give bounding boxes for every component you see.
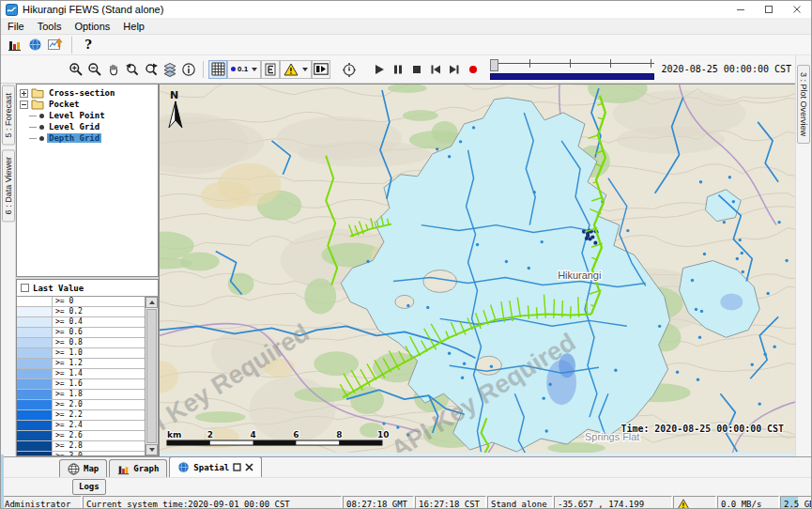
pause-icon[interactable] bbox=[389, 60, 407, 79]
legend-label: >= 1.4 bbox=[53, 369, 145, 378]
timer-icon[interactable] bbox=[340, 60, 359, 79]
tree-item-cross-section[interactable]: Cross-section bbox=[19, 87, 158, 99]
minimize-button[interactable] bbox=[727, 1, 755, 18]
legend-rows: >= 0>= 0.2>= 0.4>= 0.6>= 0.8>= 1.0>= 1.2… bbox=[17, 297, 145, 455]
map-view[interactable]: API Key Required API Key Required Hikura… bbox=[159, 84, 795, 456]
skip-start-icon[interactable] bbox=[426, 60, 445, 79]
scale-tick: 8 bbox=[336, 430, 342, 440]
menu-tools[interactable]: Tools bbox=[31, 20, 69, 33]
place-label-hikurangi: Hikurangi bbox=[558, 270, 601, 281]
scale-tick: 2 bbox=[207, 430, 213, 440]
tab-graph[interactable]: Graph bbox=[109, 459, 167, 477]
chevron-down-icon bbox=[252, 68, 257, 71]
pan-icon[interactable] bbox=[104, 60, 123, 79]
skip-end-icon[interactable] bbox=[445, 60, 464, 79]
chevron-down-icon bbox=[302, 68, 308, 71]
zoom-next-icon[interactable] bbox=[142, 60, 161, 79]
last-value-checkbox-row[interactable]: Last Value bbox=[17, 280, 158, 296]
legend-label: >= 3.0 bbox=[53, 452, 145, 455]
interval-dropdown[interactable]: 0.1 bbox=[227, 60, 261, 79]
status-system-time: Current system time:2020-09-01 00:00 CST bbox=[83, 496, 342, 509]
maximize-tab-icon[interactable] bbox=[233, 463, 241, 471]
bar-chart-icon bbox=[117, 463, 130, 475]
menu-help[interactable]: Help bbox=[116, 20, 151, 33]
tree-item-label: Cross-section bbox=[47, 88, 116, 98]
scroll-up-button[interactable] bbox=[146, 297, 158, 308]
content-row: 0.1 bbox=[1, 55, 811, 456]
timeseries-bars-icon[interactable] bbox=[5, 36, 23, 54]
maximize-button[interactable] bbox=[755, 1, 783, 18]
time-slider-thumb[interactable] bbox=[490, 59, 498, 71]
legend-swatch bbox=[17, 317, 53, 327]
left-tab-strip: 5 : Forecast 6 : Data Viewer bbox=[1, 84, 16, 456]
map-canvas[interactable]: API Key Required API Key Required Hikura… bbox=[160, 85, 795, 456]
legend-row: >= 1.6 bbox=[17, 379, 145, 390]
time-slider[interactable] bbox=[490, 59, 653, 80]
zoom-previous-icon[interactable] bbox=[123, 60, 142, 79]
tab-spatial[interactable]: Spatial bbox=[169, 456, 262, 477]
timeseries-dialog-icon[interactable] bbox=[46, 36, 65, 54]
logs-button[interactable]: Logs bbox=[72, 479, 106, 495]
legend-swatch bbox=[17, 338, 53, 347]
status-coordinates: -35.657 , 174.199 bbox=[554, 496, 672, 509]
tab-map-label: Map bbox=[84, 464, 99, 473]
help-icon[interactable]: ? bbox=[79, 36, 98, 54]
tree-item-label: Pocket bbox=[47, 100, 82, 109]
status-warning-cell[interactable] bbox=[673, 496, 716, 509]
close-button[interactable] bbox=[783, 1, 811, 18]
classifier-icon[interactable] bbox=[261, 60, 280, 79]
record-icon[interactable] bbox=[464, 60, 483, 79]
application-window: { "window": { "title": "Hikurangi FEWS (… bbox=[0, 0, 812, 509]
tree-item-depth-grid[interactable]: Depth Grid bbox=[19, 132, 158, 144]
status-network-speed: 0.0 MB/s bbox=[717, 496, 779, 509]
last-value-label: Last Value bbox=[33, 284, 84, 293]
tree: Cross-sectionPocketLevel PointLevel Grid… bbox=[16, 84, 159, 277]
animation-icon[interactable] bbox=[312, 60, 330, 79]
legend-label: >= 0.2 bbox=[53, 307, 145, 316]
layers-icon[interactable] bbox=[161, 60, 179, 79]
toolbar-separator bbox=[203, 61, 204, 78]
tab-plot-overview[interactable]: 3 : Plot Overview bbox=[797, 65, 810, 144]
interval-dot-icon bbox=[231, 67, 236, 71]
warning-dropdown[interactable] bbox=[280, 60, 312, 79]
legend-row: >= 2.2 bbox=[17, 410, 145, 421]
warning-icon bbox=[677, 499, 690, 509]
checkbox-icon[interactable] bbox=[21, 284, 29, 292]
main-toolbar: ? bbox=[1, 35, 811, 55]
tree-item-pocket[interactable]: Pocket bbox=[19, 99, 158, 110]
tree-connector bbox=[29, 116, 37, 116]
legend-label: >= 0 bbox=[53, 297, 145, 306]
legend-swatch bbox=[17, 431, 53, 440]
zoom-in-icon[interactable] bbox=[67, 60, 85, 79]
tree-item-label: Level Grid bbox=[47, 122, 101, 131]
scroll-down-button[interactable] bbox=[146, 444, 158, 455]
stop-icon[interactable] bbox=[407, 60, 426, 79]
tab-graph-label: Graph bbox=[133, 464, 159, 473]
time-slider-track[interactable] bbox=[490, 59, 653, 71]
legend-label: >= 0.4 bbox=[53, 317, 145, 327]
menu-file[interactable]: File bbox=[1, 20, 31, 33]
play-icon[interactable] bbox=[370, 60, 389, 79]
legend-row: >= 0.4 bbox=[17, 317, 145, 328]
grid-icon[interactable] bbox=[208, 60, 227, 79]
expander-icon[interactable] bbox=[20, 89, 28, 98]
tree-item-level-point[interactable]: Level Point bbox=[19, 110, 158, 121]
status-gmt-time: 08:27:18 GMT bbox=[343, 496, 414, 509]
info-icon[interactable] bbox=[179, 60, 198, 79]
legend-label: >= 1.6 bbox=[53, 379, 145, 389]
zoom-out-icon[interactable] bbox=[85, 60, 104, 79]
legend-label: >= 0.6 bbox=[53, 328, 145, 337]
tree-item-level-grid[interactable]: Level Grid bbox=[19, 121, 158, 132]
tab-forecast[interactable]: 5 : Forecast bbox=[2, 85, 15, 146]
close-tab-icon[interactable] bbox=[245, 463, 253, 471]
menu-options[interactable]: Options bbox=[68, 20, 116, 33]
expander-icon[interactable] bbox=[20, 100, 28, 109]
legend-row: >= 2.6 bbox=[17, 431, 145, 441]
legend-label: >= 1.8 bbox=[53, 390, 145, 399]
legend-scrollbar[interactable] bbox=[145, 297, 158, 455]
tab-data-viewer[interactable]: 6 : Data Viewer bbox=[2, 149, 15, 222]
globe-icon[interactable] bbox=[25, 36, 44, 54]
scroll-thumb[interactable] bbox=[146, 309, 157, 443]
tab-map[interactable]: Map bbox=[59, 459, 107, 477]
wireframe-globe-icon bbox=[68, 463, 80, 475]
